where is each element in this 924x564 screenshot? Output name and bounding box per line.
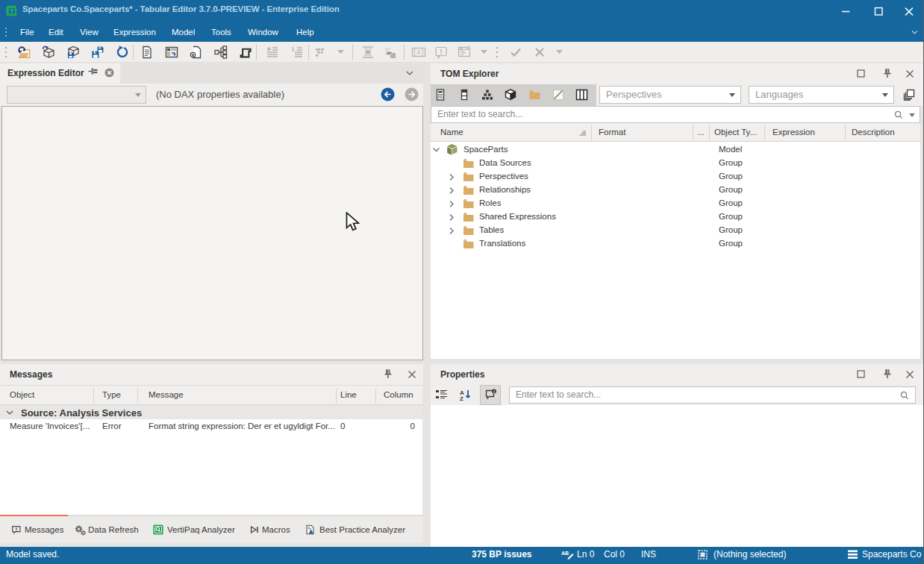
svg-text:AB: AB — [561, 551, 569, 556]
svg-text:[X]: [X] — [413, 49, 424, 57]
svg-text:Z: Z — [460, 395, 463, 401]
